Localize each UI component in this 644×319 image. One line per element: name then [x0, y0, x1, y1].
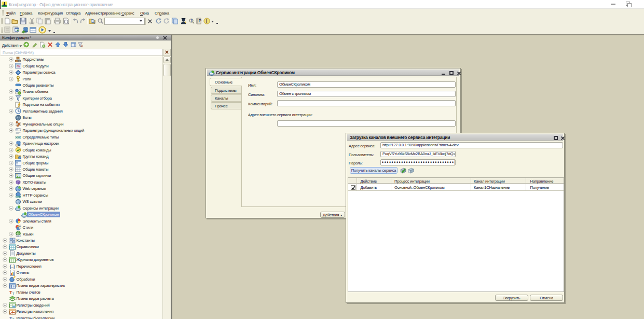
svg-text:xxx: xxx	[15, 135, 21, 140]
svg-text:{..}: {..}	[9, 264, 15, 269]
svg-text:http: http	[16, 196, 19, 198]
svg-text:i: i	[206, 19, 207, 24]
svg-text:P: P	[199, 18, 202, 23]
svg-text:т: т	[12, 292, 15, 295]
svg-text:т: т	[12, 317, 15, 319]
svg-text:абв: абв	[16, 235, 19, 237]
svg-text:m: m	[17, 64, 20, 68]
